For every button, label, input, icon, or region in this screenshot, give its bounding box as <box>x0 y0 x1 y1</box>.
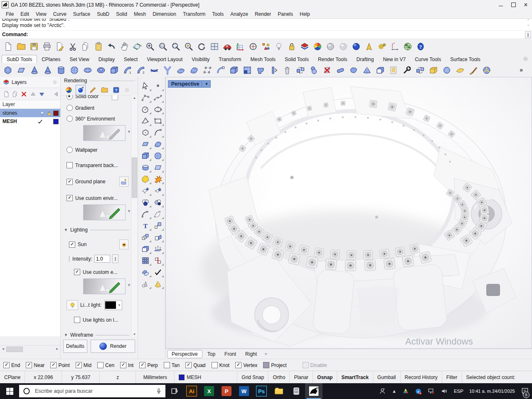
earth-icon[interactable] <box>401 40 414 53</box>
sun-use-custom-environment-checkbox[interactable]: Use custom e... <box>74 269 131 275</box>
tab-curve-tools[interactable]: Curve Tools <box>410 55 446 63</box>
add-viewport-tab-button[interactable]: + <box>262 351 270 357</box>
move-layer-up-button[interactable] <box>29 90 37 98</box>
checkbox[interactable] <box>97 362 103 368</box>
subd-insert-point-icon[interactable] <box>307 64 320 76</box>
checkbox[interactable] <box>263 362 269 368</box>
subd-box-icon[interactable] <box>108 64 121 76</box>
select-pointer-icon[interactable] <box>139 80 152 92</box>
menu-help[interactable]: Help <box>296 10 313 18</box>
checkbox[interactable] <box>66 162 73 168</box>
scrollbar-thumb[interactable] <box>132 158 137 198</box>
check-objects-icon[interactable] <box>152 266 164 278</box>
subd-append-face-icon[interactable] <box>214 64 227 76</box>
help-icon[interactable]: ? <box>414 40 427 53</box>
checkbox[interactable] <box>212 362 218 368</box>
gear-icon[interactable] <box>52 79 58 85</box>
menu-analyze[interactable]: Analyze <box>227 10 251 18</box>
delete-objects-icon[interactable] <box>281 64 294 76</box>
point-icon[interactable] <box>152 80 164 92</box>
command-history[interactable]: Display mode set to "Shaded". Display mo… <box>0 19 532 30</box>
subd-display-toggle-icon[interactable] <box>374 64 387 76</box>
tray-app-icon[interactable] <box>399 383 412 399</box>
subd-reflect-icon[interactable] <box>440 64 453 76</box>
toggle-planar[interactable]: Planar <box>290 371 313 384</box>
tab-display[interactable]: Display <box>94 55 119 63</box>
subd-wedge-icon[interactable] <box>360 64 374 76</box>
taskbar-illustrator[interactable]: Ai <box>183 383 200 399</box>
gear-icon[interactable] <box>124 87 130 93</box>
tab-new-in-v7[interactable]: New in V7 <box>378 55 410 63</box>
lightbulb-icon[interactable] <box>66 300 78 310</box>
subd-patch-icon[interactable] <box>174 64 187 76</box>
radio[interactable] <box>66 116 73 122</box>
ground-plane-settings-icon[interactable] <box>119 177 128 187</box>
fillet-curve-icon[interactable] <box>152 127 164 138</box>
text-object-icon[interactable]: T <box>139 220 152 232</box>
boolean-solid-icon[interactable] <box>139 243 152 255</box>
undo-view-icon[interactable] <box>195 40 208 53</box>
lock-objects-icon[interactable] <box>285 40 298 53</box>
menu-transform[interactable]: Transform <box>180 10 209 18</box>
offset-surface-icon[interactable] <box>139 266 152 278</box>
pan-icon[interactable] <box>118 40 131 53</box>
subd-multipipe-icon[interactable] <box>161 64 174 76</box>
command-spinner[interactable]: ▲▼ <box>525 31 531 38</box>
move-car-icon[interactable] <box>221 40 234 53</box>
taskbar-word[interactable]: W <box>235 383 253 399</box>
osnap-quad[interactable]: Quad <box>185 362 205 368</box>
array-linear-icon[interactable] <box>152 255 164 266</box>
zoom-window-icon[interactable] <box>156 40 169 53</box>
tray-network-icon[interactable] <box>425 383 438 399</box>
shaded-display-icon[interactable] <box>324 40 337 53</box>
layer-color-swatch[interactable] <box>53 111 59 116</box>
taskbar-excel[interactable]: X <box>200 383 218 399</box>
osnap-disable[interactable]: Disable <box>303 362 327 368</box>
taskbar-calculator[interactable] <box>288 383 305 399</box>
menu-tools[interactable]: Tools <box>209 10 227 18</box>
subd-cone-icon[interactable] <box>28 64 41 76</box>
subd-quadremesh-icon[interactable] <box>241 64 254 76</box>
taskbar-file-explorer[interactable] <box>270 383 288 399</box>
subd-pipe-icon[interactable] <box>254 64 267 76</box>
taskbar-clock[interactable]: 10:41 a. m. 24/01/2025 <box>466 383 518 399</box>
subd-delete-face-icon[interactable] <box>320 64 334 76</box>
osnap-int[interactable]: Int <box>120 362 133 368</box>
tab-transform[interactable]: Transform <box>214 55 246 63</box>
osnap-mid[interactable]: Mid <box>76 362 91 368</box>
use-custom-environment-checkbox[interactable]: Use custom envir... <box>66 195 131 201</box>
scale-icon[interactable] <box>152 220 164 232</box>
subd-offset-icon[interactable] <box>267 64 281 76</box>
control-point-curve-icon[interactable] <box>139 92 152 103</box>
osnap-knot[interactable]: Knot <box>212 362 230 368</box>
cut-icon[interactable] <box>66 40 79 53</box>
task-view-button[interactable] <box>165 383 183 399</box>
toggle-grid-snap[interactable]: Grid Snap <box>237 371 268 384</box>
box-icon[interactable] <box>139 150 152 162</box>
menu-subd[interactable]: SubD <box>94 10 113 18</box>
collapse-panel-button[interactable] <box>53 90 60 98</box>
scroll-left-arrow[interactable]: ◄ <box>0 347 6 351</box>
restore-button[interactable] <box>507 0 520 10</box>
copy-array-icon[interactable] <box>139 232 152 243</box>
intensity-stepper[interactable]: ▲▼ <box>112 254 118 263</box>
subd-torus-icon[interactable] <box>94 64 108 76</box>
subd-plane-icon[interactable] <box>15 64 28 76</box>
layer-column-header[interactable]: Layer <box>0 100 60 109</box>
checkbox[interactable] <box>139 362 145 368</box>
scroll-down-arrow[interactable]: ▼ <box>131 332 138 336</box>
toggle-record-history[interactable]: Record History <box>401 371 442 384</box>
subd-bridge-icon[interactable] <box>294 64 307 76</box>
subd-fillet-1-icon[interactable]: 1 <box>121 64 134 76</box>
osnap-perp[interactable]: Perp <box>139 362 158 368</box>
subd-revolve-icon[interactable] <box>347 64 360 76</box>
taskbar-search[interactable] <box>19 385 165 397</box>
defaults-button[interactable]: Defaults <box>63 340 87 353</box>
solid-color-swatch[interactable] <box>112 95 118 100</box>
adjustable-fillet-icon[interactable] <box>139 208 152 220</box>
menu-file[interactable]: File <box>2 10 17 18</box>
edit-pencil-icon[interactable] <box>88 85 97 94</box>
menu-mesh[interactable]: Mesh <box>131 10 149 18</box>
subd-show-wire-icon[interactable] <box>427 64 440 76</box>
polygon-icon[interactable] <box>139 127 152 138</box>
